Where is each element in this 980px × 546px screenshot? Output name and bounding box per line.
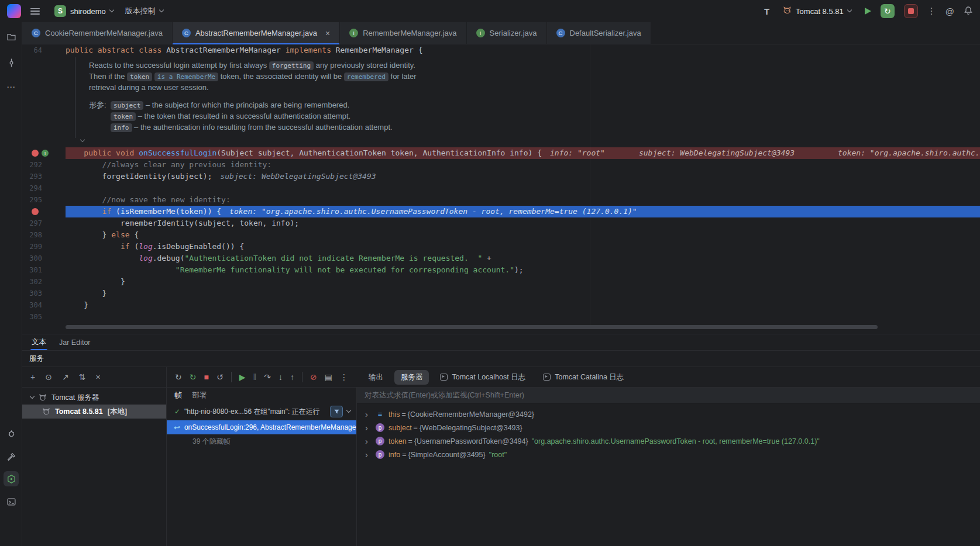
gutter[interactable]: 292 — [22, 159, 66, 171]
close-tab-icon[interactable]: × — [325, 29, 330, 37]
expand-chevron-icon[interactable]: › — [365, 437, 374, 445]
vcs-widget[interactable]: 版本控制 — [121, 4, 167, 19]
stop-icon[interactable]: ■ — [204, 373, 208, 381]
console-icon — [440, 374, 448, 381]
expand-chevron-icon[interactable]: › — [365, 450, 374, 459]
method-breakpoint-icon[interactable] — [32, 150, 39, 157]
class-icon: C — [556, 29, 565, 37]
hidden-frames-label[interactable]: 39 个隐藏帧 — [167, 434, 356, 448]
step-out-icon[interactable]: ↑ — [290, 373, 294, 381]
view-tab[interactable]: Tomcat Catalina 日志 — [537, 370, 630, 385]
tab-frames[interactable]: 帧 — [174, 391, 182, 400]
show-options-icon[interactable]: ⊙ — [45, 373, 52, 381]
notifications-icon[interactable] — [964, 6, 973, 17]
debug-actions: ↻↻■↺▶‖↷↓↑⊘▤⋮ — [167, 372, 356, 382]
build-tool-icon[interactable] — [4, 449, 19, 464]
gutter[interactable]: 295 — [22, 194, 66, 206]
main-menu-icon[interactable] — [30, 8, 40, 15]
line-breakpoint-icon[interactable] — [32, 208, 39, 215]
tab-text[interactable]: 文本 — [32, 334, 46, 350]
editor-tab[interactable]: IRememberMeManager.java — [340, 22, 466, 44]
more-actions-icon[interactable]: ⋮ — [927, 6, 936, 16]
gutter[interactable]: 293 — [22, 171, 66, 182]
expand-collapse-icon[interactable]: ⇅ — [79, 373, 86, 381]
variable-row[interactable]: ›psubject={WebDelegatingSubject@3493} — [357, 421, 980, 434]
gutter[interactable]: 305 — [22, 311, 66, 323]
variable-row[interactable]: ›ptoken={UsernamePasswordToken@3494}"org… — [357, 434, 980, 448]
editor-tab[interactable]: CCookieRememberMeManager.java — [22, 22, 173, 44]
editor-horizontal-scrollbar[interactable] — [66, 325, 878, 329]
more-tools-icon[interactable]: ⋯ — [4, 80, 19, 95]
view-tab[interactable]: 服务器 — [394, 370, 429, 385]
rerun-debug-button[interactable]: ↻ — [881, 4, 895, 18]
resume-icon[interactable]: ▶ — [239, 373, 246, 381]
services-tool-icon[interactable] — [4, 471, 19, 486]
editor-tab[interactable]: CAbstractRememberMeManager.java× — [173, 22, 340, 44]
editor-tab[interactable]: ISerializer.java — [467, 22, 547, 44]
project-widget[interactable]: S shirodemo — [50, 3, 118, 19]
step-into-icon[interactable]: ↓ — [278, 373, 283, 381]
view-tab[interactable]: 输出 — [362, 370, 390, 385]
stop-button[interactable] — [904, 4, 918, 18]
gutter[interactable]: 297 — [22, 217, 66, 229]
variable-value: {SimpleAccount@3495} — [408, 451, 485, 459]
chevron-down-icon — [346, 408, 351, 413]
run-configuration-selector[interactable]: Tomcat 8.5.81 — [779, 4, 855, 19]
open-in-new-tab-icon[interactable]: ↗ — [62, 373, 69, 381]
terminal-tool-icon[interactable] — [4, 494, 19, 509]
gutter[interactable]: 298 — [22, 229, 66, 241]
gutter[interactable]: ↑ — [22, 147, 66, 159]
hide-frames-filter-button[interactable] — [330, 406, 343, 417]
update-application-icon[interactable]: ↺ — [216, 373, 223, 381]
doc-code-chip: forgetting — [269, 61, 314, 70]
inline-debug-hint: token: "org.apache.shiro.authc.Use — [838, 148, 980, 157]
project-tool-icon[interactable] — [4, 29, 19, 44]
gutter[interactable]: 300 — [22, 253, 66, 264]
mute-breakpoints-icon[interactable]: ⊘ — [310, 373, 317, 381]
tree-node-tomcat-servers[interactable]: Tomcat 服务器 — [22, 391, 166, 405]
gutter[interactable]: 64 — [22, 44, 66, 56]
pause-icon[interactable]: ‖ — [253, 373, 256, 381]
gutter[interactable] — [22, 206, 66, 217]
mention-icon[interactable]: @ — [945, 6, 954, 16]
debug-tool-icon[interactable] — [4, 426, 19, 441]
commit-tool-icon[interactable] — [4, 55, 19, 70]
toggle-rendered-docs-icon[interactable] — [81, 136, 980, 146]
variable-name: subject — [388, 424, 412, 432]
more-options-icon[interactable]: ⋮ — [340, 373, 348, 381]
variable-row[interactable]: ›pinfo={SimpleAccount@3495}"root" — [357, 448, 980, 461]
gutter[interactable]: 302 — [22, 276, 66, 288]
gutter[interactable]: 294 — [22, 182, 66, 194]
evaluate-expression-input[interactable]: 对表达式求值(Enter)或添加监视(Ctrl+Shift+Enter) — [357, 388, 980, 404]
view-tab[interactable]: Tomcat Localhost 日志 — [434, 370, 532, 385]
run-button[interactable] — [865, 8, 871, 15]
variable-string-value: "root" — [489, 451, 507, 459]
inline-debug-hint: info: "root" — [550, 148, 605, 157]
rerun-icon[interactable]: ↻ — [175, 373, 182, 381]
gutter[interactable]: 303 — [22, 288, 66, 299]
stack-frame-selected[interactable]: ↩ onSuccessfulLogin:296, AbstractRemembe… — [167, 420, 356, 434]
implements-marker-icon[interactable]: ↑ — [42, 150, 49, 157]
thread-selector[interactable]: ✓ "http-nio-8080-ex...56 在组"main": 正在运行 — [167, 403, 356, 420]
tab-jar-editor[interactable]: Jar Editor — [59, 334, 91, 350]
frames-panel: 帧 部署 ✓ "http-nio-8080-ex...56 在组"main": … — [167, 388, 357, 546]
gutter[interactable]: 304 — [22, 299, 66, 311]
tab-deployment[interactable]: 部署 — [192, 391, 207, 400]
funnel-icon — [333, 409, 340, 415]
expand-chevron-icon[interactable]: › — [365, 423, 374, 432]
rerun-debug-icon[interactable]: ↻ — [190, 373, 197, 381]
variable-row[interactable]: ›≡this={CookieRememberMeManager@3492} — [357, 407, 980, 421]
gutter[interactable]: 299 — [22, 241, 66, 253]
doc-code-chip: remembered — [344, 72, 388, 81]
hide-panel-icon[interactable]: × — [95, 373, 100, 381]
editor-tab[interactable]: CDefaultSerializer.java — [547, 22, 651, 44]
evaluate-expression-icon[interactable]: ▤ — [325, 373, 332, 381]
tree-node-tomcat-server-selected[interactable]: Tomcat 8.5.81 [本地] — [22, 405, 166, 419]
gutter[interactable]: 301 — [22, 264, 66, 276]
inline-debug-hint: token: "org.apache.shiro.authc.UsernameP… — [229, 207, 637, 216]
step-over-icon[interactable]: ↷ — [264, 373, 271, 381]
plugin-icon[interactable]: T — [764, 6, 769, 16]
add-service-icon[interactable]: + — [30, 373, 35, 381]
expand-chevron-icon[interactable]: › — [365, 410, 374, 419]
code-line: 304 } — [22, 299, 980, 311]
